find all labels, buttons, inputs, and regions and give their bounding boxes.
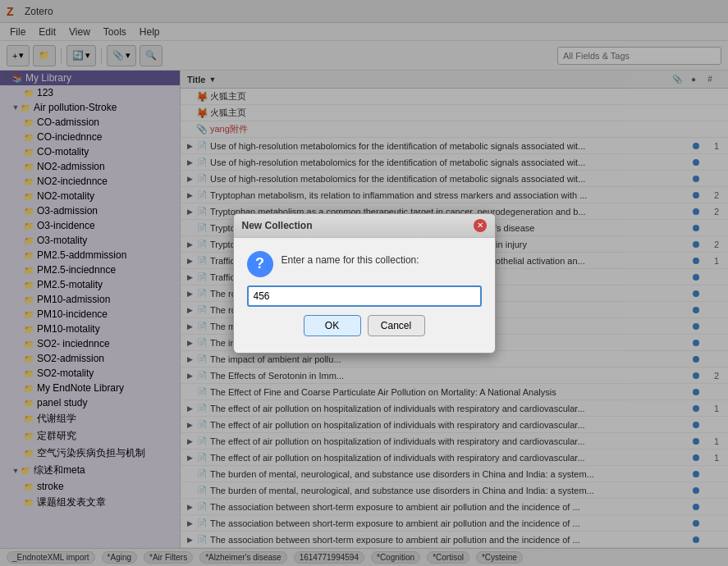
dialog-ok-button[interactable]: OK xyxy=(304,315,361,336)
dialog-info-icon: ? xyxy=(247,251,273,277)
dialog-overlay: New Collection ✕ ? Enter a name for this… xyxy=(0,0,728,566)
dialog-prompt-text: Enter a name for this collection: xyxy=(282,251,419,266)
dialog-buttons: OK Cancel xyxy=(247,315,482,340)
dialog-title-bar: New Collection ✕ xyxy=(234,214,495,238)
dialog-prompt-row: ? Enter a name for this collection: xyxy=(247,251,482,277)
collection-name-input[interactable] xyxy=(247,285,482,307)
new-collection-dialog: New Collection ✕ ? Enter a name for this… xyxy=(233,213,496,354)
dialog-body: ? Enter a name for this collection: OK C… xyxy=(234,238,495,353)
dialog-close-button[interactable]: ✕ xyxy=(474,219,487,232)
dialog-cancel-button[interactable]: Cancel xyxy=(368,315,425,336)
dialog-title: New Collection xyxy=(242,220,313,231)
